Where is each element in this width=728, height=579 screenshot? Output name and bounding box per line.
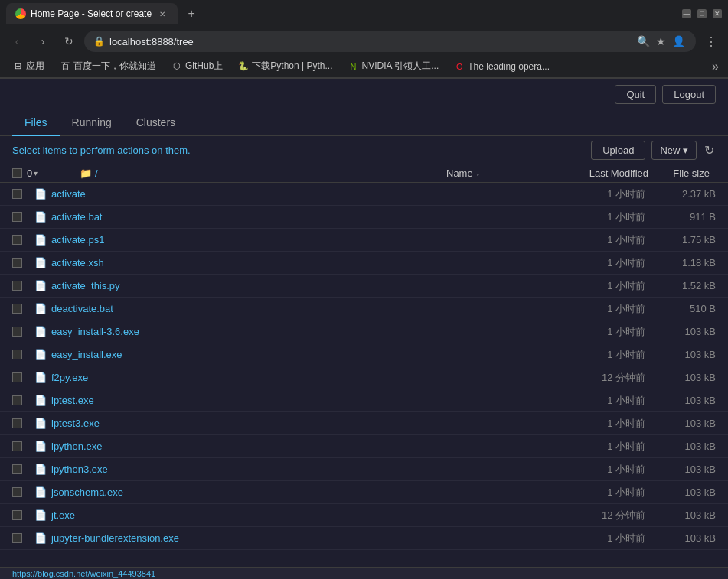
- file-row-checkbox[interactable]: [12, 258, 22, 268]
- forward-button[interactable]: ›: [32, 31, 54, 52]
- refresh-button[interactable]: ↻: [703, 141, 716, 159]
- file-name[interactable]: jt.exe: [51, 509, 532, 521]
- search-icon[interactable]: 🔍: [635, 34, 651, 49]
- file-row-checkbox[interactable]: [12, 395, 22, 405]
- select-all-checkbox[interactable]: [12, 168, 22, 178]
- back-button[interactable]: ‹: [6, 31, 28, 52]
- file-size: 103 kB: [655, 441, 716, 452]
- new-button[interactable]: New ▾: [651, 141, 697, 160]
- file-row-checkbox[interactable]: [12, 350, 22, 359]
- file-row-checkbox[interactable]: [12, 487, 22, 497]
- file-name[interactable]: jupyter-bundlerextension.exe: [51, 532, 532, 544]
- file-name[interactable]: easy_install.exe: [51, 349, 532, 360]
- file-modified: 1 小时前: [532, 463, 655, 477]
- file-name[interactable]: deactivate.bat: [51, 303, 532, 314]
- close-button[interactable]: ✕: [713, 9, 722, 18]
- reload-button[interactable]: ↻: [58, 31, 80, 52]
- tab-title: Home Page - Select or create: [31, 8, 152, 19]
- file-name[interactable]: activate.bat: [51, 211, 532, 223]
- file-row-checkbox[interactable]: [12, 189, 22, 199]
- address-bar-row: ‹ › ↻ 🔒 localhost:8888/tree 🔍 ★ 👤 ⋮: [0, 28, 728, 55]
- table-row: 📄 f2py.exe 12 分钟前 103 kB: [0, 366, 728, 389]
- file-row-checkbox[interactable]: [12, 281, 22, 291]
- file-row-checkbox[interactable]: [12, 510, 22, 520]
- file-icon: 📄: [34, 257, 47, 269]
- window-controls: — □ ✕: [682, 9, 722, 18]
- file-name[interactable]: jsonschema.exe: [51, 486, 532, 498]
- sort-arrow-icon: ↓: [476, 169, 480, 177]
- tab-clusters[interactable]: Clusters: [124, 110, 188, 136]
- bookmark-apps[interactable]: ⊞ 应用: [6, 58, 51, 74]
- col-header-modified[interactable]: Last Modified: [532, 168, 655, 179]
- browser-menu-button[interactable]: ⋮: [700, 31, 722, 52]
- tab-close-button[interactable]: ✕: [156, 8, 168, 20]
- bookmark-nvidia[interactable]: N NVIDIA 引领人工...: [342, 58, 446, 74]
- table-row: 📄 activate 1 小时前 2.37 kB: [0, 183, 728, 206]
- file-row-checkbox[interactable]: [12, 212, 22, 222]
- tab-files[interactable]: Files: [12, 110, 60, 136]
- file-size: 103 kB: [655, 418, 716, 429]
- col-header-size[interactable]: File size: [655, 168, 716, 179]
- table-row: 📄 iptest.exe 1 小时前 103 kB: [0, 389, 728, 412]
- table-row: 📄 ipython.exe 1 小时前 103 kB: [0, 435, 728, 458]
- file-name[interactable]: iptest3.exe: [51, 418, 532, 429]
- logout-button[interactable]: Logout: [662, 85, 716, 104]
- new-tab-button[interactable]: +: [181, 3, 202, 24]
- file-modified: 1 小时前: [532, 302, 655, 316]
- file-name[interactable]: activate.ps1: [51, 234, 532, 246]
- count-dropdown-arrow: ▾: [34, 169, 38, 177]
- file-name[interactable]: iptest.exe: [51, 395, 532, 406]
- file-row-checkbox[interactable]: [12, 441, 22, 451]
- upload-button[interactable]: Upload: [591, 141, 645, 160]
- bookmark-github[interactable]: ⬡ GitHub上: [165, 58, 229, 74]
- file-row-checkbox[interactable]: [12, 304, 22, 314]
- bookmark-baidu[interactable]: 百 百度一下，你就知道: [54, 58, 162, 74]
- file-name[interactable]: ipython3.exe: [51, 464, 532, 475]
- file-name[interactable]: easy_install-3.6.exe: [51, 326, 532, 337]
- file-modified: 1 小时前: [532, 532, 655, 545]
- baidu-icon: 百: [60, 61, 70, 72]
- file-row-checkbox[interactable]: [12, 235, 22, 245]
- bookmark-star-icon[interactable]: ★: [655, 34, 668, 49]
- bookmark-opera[interactable]: O The leading opera...: [448, 60, 556, 73]
- account-icon[interactable]: 👤: [671, 34, 687, 49]
- table-row: 📄 easy_install.exe 1 小时前 103 kB: [0, 343, 728, 366]
- minimize-button[interactable]: —: [682, 9, 691, 18]
- bookmark-python[interactable]: 🐍 下载Python | Pyth...: [232, 58, 338, 74]
- file-size: 2.37 kB: [655, 188, 716, 200]
- file-row-checkbox[interactable]: [12, 418, 22, 428]
- python-icon: 🐍: [238, 61, 249, 72]
- file-name[interactable]: ipython.exe: [51, 441, 532, 452]
- col-header-name[interactable]: Name ↓: [440, 168, 532, 179]
- file-name[interactable]: activate_this.py: [51, 280, 532, 291]
- bookmark-nvidia-label: NVIDIA 引领人工...: [362, 60, 439, 73]
- select-all-area: 0 ▾: [12, 168, 73, 179]
- bookmarks-more-button[interactable]: »: [709, 60, 722, 73]
- github-icon: ⬡: [171, 61, 182, 72]
- quit-button[interactable]: Quit: [615, 85, 656, 104]
- file-row-checkbox[interactable]: [12, 533, 22, 543]
- file-modified: 1 小时前: [532, 486, 655, 499]
- file-name[interactable]: f2py.exe: [51, 372, 532, 383]
- file-row-checkbox[interactable]: [12, 327, 22, 337]
- file-size: 103 kB: [655, 509, 716, 521]
- file-row-checkbox[interactable]: [12, 464, 22, 474]
- opera-icon: O: [454, 61, 465, 72]
- file-icon: 📄: [34, 509, 47, 522]
- file-icon: 📄: [34, 486, 47, 499]
- file-name[interactable]: activate: [51, 188, 532, 200]
- file-row-checkbox[interactable]: [12, 372, 22, 382]
- maximize-button[interactable]: □: [697, 9, 707, 18]
- active-tab[interactable]: Home Page - Select or create ✕: [6, 3, 178, 24]
- file-size: 103 kB: [655, 326, 716, 337]
- folder-path-text: /: [95, 168, 98, 179]
- folder-path[interactable]: 📁 /: [80, 168, 98, 179]
- count-select[interactable]: 0 ▾: [27, 168, 38, 179]
- address-bar[interactable]: 🔒 localhost:8888/tree 🔍 ★ 👤: [84, 31, 696, 52]
- tab-running[interactable]: Running: [60, 110, 124, 136]
- col-name-label: Name: [446, 168, 473, 179]
- file-icon: 📄: [34, 211, 47, 223]
- file-modified: 1 小时前: [532, 440, 655, 454]
- file-name[interactable]: activate.xsh: [51, 257, 532, 268]
- folder-icon: 📁: [80, 168, 92, 179]
